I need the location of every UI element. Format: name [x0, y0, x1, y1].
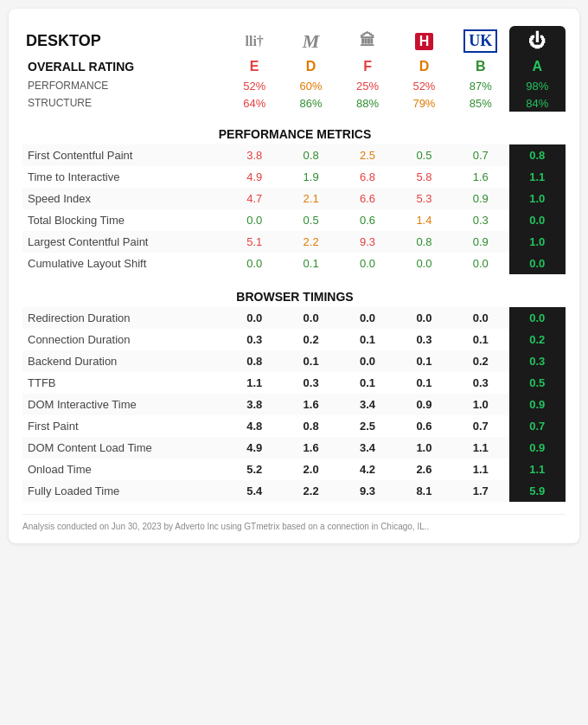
- col-header-uk: UK: [452, 26, 508, 56]
- row-value: 0.0: [283, 307, 339, 329]
- row-value: 1.4: [396, 209, 452, 231]
- row-value: 0.0: [452, 253, 508, 274]
- row-value: 0.2: [283, 329, 339, 350]
- perf-power: 98%: [509, 77, 566, 94]
- grade-power: A: [509, 56, 566, 77]
- row-value: 0.0: [509, 253, 566, 274]
- harvard-logo: H: [415, 33, 434, 50]
- grade-medium: D: [283, 56, 339, 77]
- struct-power: 84%: [509, 94, 566, 112]
- row-value: 0.5: [396, 144, 452, 166]
- structure-label: STRUCTURE: [22, 94, 227, 112]
- row-value: 8.1: [396, 480, 452, 502]
- uk-logo: UK: [463, 29, 497, 53]
- row-label: First Contentful Paint: [22, 144, 227, 166]
- table-row: Time to Interactive4.91.96.85.81.61.1: [22, 166, 566, 188]
- row-value: 0.0: [339, 253, 395, 274]
- row-value: 1.1: [509, 166, 566, 188]
- row-value: 0.1: [396, 372, 452, 394]
- row-value: 4.8: [227, 415, 283, 437]
- row-value: 3.4: [339, 437, 395, 459]
- perf-yale: 25%: [339, 77, 395, 94]
- row-value: 2.6: [396, 459, 452, 480]
- col-header-medium: M: [283, 26, 339, 56]
- row-value: 1.6: [283, 394, 339, 415]
- row-value: 0.7: [452, 144, 508, 166]
- section-header-label: PERFORMANCE METRICS: [22, 112, 566, 144]
- row-value: 2.2: [283, 480, 339, 502]
- row-value: 0.6: [396, 415, 452, 437]
- row-value: 0.0: [452, 307, 508, 329]
- row-value: 0.5: [283, 209, 339, 231]
- row-value: 1.0: [396, 437, 452, 459]
- row-value: 0.3: [283, 372, 339, 394]
- row-value: 0.3: [509, 350, 566, 372]
- row-value: 4.2: [339, 459, 395, 480]
- medium-logo: M: [303, 30, 320, 53]
- row-value: 5.8: [396, 166, 452, 188]
- row-value: 0.1: [452, 329, 508, 350]
- table-row: First Paint4.80.82.50.60.70.7: [22, 415, 566, 437]
- grade-mit: E: [227, 56, 283, 77]
- perf-medium: 60%: [283, 77, 339, 94]
- row-label: DOM Interactive Time: [22, 394, 227, 415]
- row-value: 1.1: [452, 437, 508, 459]
- row-value: 1.6: [452, 166, 508, 188]
- row-value: 0.0: [396, 253, 452, 274]
- row-value: 0.9: [452, 188, 508, 209]
- row-value: 1.6: [283, 437, 339, 459]
- row-value: 1.9: [283, 166, 339, 188]
- table-row: Cumulative Layout Shift0.00.10.00.00.00.…: [22, 253, 566, 274]
- col-header-power: ⏻: [509, 26, 566, 56]
- perf-mit: 52%: [227, 77, 283, 94]
- struct-uk: 85%: [452, 94, 508, 112]
- row-label: Largest Contentful Paint: [22, 231, 227, 253]
- row-value: 1.1: [227, 372, 283, 394]
- page-title: DESKTOP: [26, 32, 101, 49]
- row-value: 3.8: [227, 394, 283, 415]
- row-value: 0.0: [396, 307, 452, 329]
- row-value: 0.0: [509, 209, 566, 231]
- row-value: 0.1: [339, 372, 395, 394]
- row-value: 0.1: [283, 350, 339, 372]
- row-value: 0.1: [339, 329, 395, 350]
- row-value: 0.8: [396, 231, 452, 253]
- row-value: 0.7: [452, 415, 508, 437]
- table-row: TTFB1.10.30.10.10.30.5: [22, 372, 566, 394]
- yale-logo: 🏛: [360, 32, 375, 50]
- row-label: Fully Loaded Time: [22, 480, 227, 502]
- table-row: DOM Content Load Time4.91.63.41.01.10.9: [22, 437, 566, 459]
- row-value: 0.3: [396, 329, 452, 350]
- row-label: Cumulative Layout Shift: [22, 253, 227, 274]
- section-header-row: BROWSER TIMINGS: [22, 274, 566, 307]
- grade-yale: F: [339, 56, 395, 77]
- row-value: 5.9: [509, 480, 566, 502]
- table-row: Connection Duration0.30.20.10.30.10.2: [22, 329, 566, 350]
- col-header-mit: lli†: [227, 26, 283, 56]
- row-value: 0.6: [339, 209, 395, 231]
- mit-logo: lli†: [246, 34, 264, 49]
- row-label: TTFB: [22, 372, 227, 394]
- col-header-yale: 🏛: [339, 26, 395, 56]
- row-value: 9.3: [339, 480, 395, 502]
- row-value: 0.2: [452, 350, 508, 372]
- row-value: 0.8: [227, 350, 283, 372]
- row-label: Connection Duration: [22, 329, 227, 350]
- row-value: 0.3: [227, 329, 283, 350]
- row-value: 0.0: [227, 209, 283, 231]
- col-header-harvard: H: [396, 26, 452, 56]
- row-value: 5.4: [227, 480, 283, 502]
- row-value: 4.7: [227, 188, 283, 209]
- footer-note: Analysis conducted on Jun 30, 2023 by Ad…: [22, 514, 566, 531]
- table-row: Total Blocking Time0.00.50.61.40.30.0: [22, 209, 566, 231]
- row-value: 0.9: [509, 394, 566, 415]
- table-row: First Contentful Paint3.80.82.50.50.70.8: [22, 144, 566, 166]
- row-value: 9.3: [339, 231, 395, 253]
- row-value: 0.0: [339, 350, 395, 372]
- row-value: 0.7: [509, 415, 566, 437]
- struct-medium: 86%: [283, 94, 339, 112]
- row-value: 5.3: [396, 188, 452, 209]
- row-value: 0.9: [509, 437, 566, 459]
- row-value: 3.4: [339, 394, 395, 415]
- row-value: 2.2: [283, 231, 339, 253]
